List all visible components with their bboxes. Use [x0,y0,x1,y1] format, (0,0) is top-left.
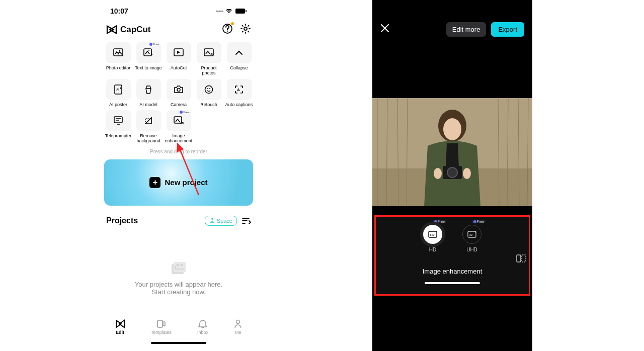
help-button[interactable] [222,23,233,36]
svg-point-42 [447,167,457,178]
svg-text:AI: AI [116,88,119,91]
svg-rect-1 [246,10,247,12]
svg-point-44 [463,168,471,179]
projects-title: Projects [106,216,138,225]
svg-point-43 [434,168,442,179]
plus-icon: + [149,177,160,188]
svg-text:AI: AI [210,53,213,56]
nav-edit[interactable]: Edit [115,319,125,335]
edit-more-button[interactable]: Edit more [446,22,487,37]
status-bar: 10:07 ••••• [102,7,255,20]
home-indicator [425,282,480,284]
quality-uhd[interactable]: Free HD UHD [462,225,481,252]
svg-point-24 [181,264,183,266]
empty-line2: Start creating now. [102,288,255,296]
svg-point-13 [177,88,180,91]
svg-point-15 [207,88,208,89]
notification-dot-icon [231,22,234,25]
phone-home-screen: 10:07 ••••• CapCut Photo ed [98,0,259,351]
tool-teleprompter[interactable]: Teleprompter [104,110,132,144]
signal-dots: ••••• [216,8,223,14]
enhancement-panel: Free HD HD Free HD UHD Image enhancement [374,215,530,296]
tool-collapse[interactable]: Collapse [225,42,253,76]
svg-point-23 [177,264,179,266]
tool-image-enhancement[interactable]: FreeHDImage enhancement [165,110,193,144]
free-badge: Free [179,111,190,114]
battery-icon [235,8,247,14]
editor-top-bar: Edit more Export [372,0,532,43]
nav-templates[interactable]: Templates [151,319,172,335]
tool-ai-model[interactable]: AI model [134,79,163,107]
app-header: CapCut [102,20,255,42]
wifi-icon [225,8,233,14]
svg-rect-45 [517,255,521,262]
home-indicator [151,342,206,344]
brand-name: CapCut [120,25,150,35]
svg-rect-4 [114,49,123,56]
quality-hd[interactable]: Free HD HD [423,225,442,252]
svg-point-40 [443,118,461,140]
svg-rect-6 [144,49,151,56]
svg-text:HD: HD [180,122,184,125]
tool-auto-captions[interactable]: AAuto captions [225,79,253,107]
new-project-label: New project [165,178,207,187]
svg-point-7 [148,50,149,51]
free-badge: Free [472,220,486,223]
export-button[interactable]: Export [491,22,524,37]
status-icons: ••••• [216,8,247,14]
nav-inbox[interactable]: Inbox [197,319,208,335]
svg-rect-26 [163,322,165,326]
empty-state: Your projects will appear here. Start cr… [102,261,255,296]
nav-me[interactable]: Me [234,319,242,335]
settings-button[interactable] [240,23,251,36]
drag-hint: Press and drag to reorder [102,149,255,154]
svg-point-3 [244,27,247,30]
tool-retouch[interactable]: Retouch [195,79,223,107]
svg-point-27 [236,320,240,324]
app-logo: CapCut [106,25,150,35]
svg-point-14 [205,85,213,93]
svg-point-5 [119,50,120,51]
svg-text:HD: HD [430,233,435,236]
svg-rect-46 [522,255,526,262]
tool-remove-background[interactable]: Remove background [134,110,163,144]
quality-options: Free HD HD Free HD UHD [423,225,481,252]
image-preview [372,98,532,206]
svg-point-16 [209,88,210,89]
free-badge: Free [148,43,160,46]
space-button[interactable]: Space [205,216,237,226]
status-time: 10:07 [110,7,128,15]
panel-title: Image enhancement [423,268,482,275]
preview-photo [372,98,532,206]
tool-text-to-image[interactable]: FreeText to image [134,42,163,76]
tool-autocut[interactable]: AutoCut [165,42,193,76]
sort-button[interactable] [242,217,251,224]
svg-text:A: A [237,87,240,92]
svg-rect-18 [114,117,122,123]
close-button[interactable] [380,24,389,35]
svg-text:HD: HD [469,233,473,236]
projects-header: Projects Space [102,211,255,231]
tool-product-photos[interactable]: AIProduct photos [195,42,223,76]
phone-editor-screen: Edit more Export [372,0,532,351]
svg-rect-25 [157,320,163,327]
tool-camera[interactable]: Camera [165,79,193,107]
svg-rect-0 [235,9,245,14]
tool-ai-poster[interactable]: AIAI poster [104,79,132,107]
tool-grid: Photo editor FreeText to image AutoCut A… [102,42,255,144]
new-project-button[interactable]: + New project [104,159,253,206]
empty-line1: Your projects will appear here. [102,281,255,288]
compare-button[interactable] [516,253,526,266]
bottom-nav: Edit Templates Inbox Me [102,311,255,340]
tool-photo-editor[interactable]: Photo editor [104,42,132,76]
